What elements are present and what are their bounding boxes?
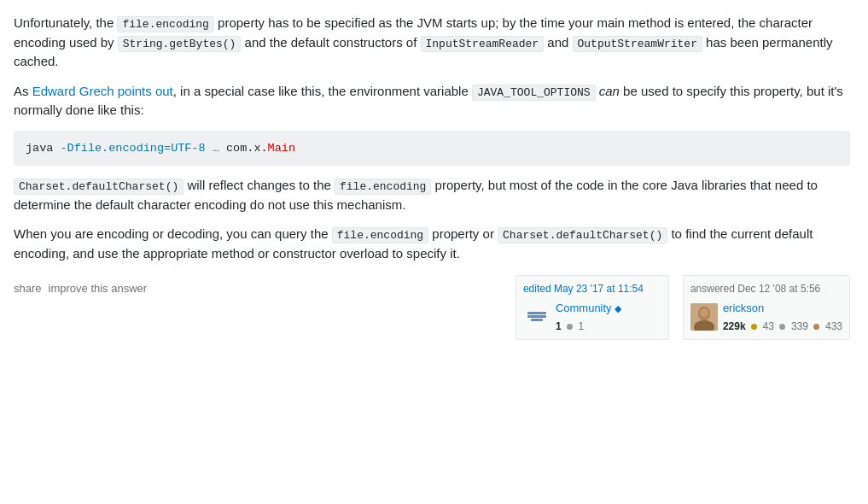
answered-text: answered Dec 12 '08 at 5:56 [690, 283, 820, 295]
code-file-encoding-1: file.encoding [117, 16, 213, 32]
erickson-silver-count: 339 [791, 319, 808, 334]
community-username: Community ◆ [556, 300, 621, 317]
community-user-row: Community ◆ 1 1 [523, 300, 661, 334]
paragraph-3: Charset.defaultCharset() will reflect ch… [14, 176, 850, 214]
answered-user-card: answered Dec 12 '08 at 5:56 erickson [683, 275, 850, 340]
edited-link[interactable]: edited May 23 '17 at 11:54 [523, 283, 644, 295]
answer-info: answered Dec 12 '08 at 5:56 [690, 281, 842, 296]
paragraph-1: Unfortunately, the file.encoding propert… [14, 14, 850, 72]
erickson-gold-dot [751, 319, 758, 334]
community-rep-score: 1 [556, 319, 562, 334]
erickson-user-row: erickson 229k 43 339 [690, 300, 842, 334]
code-file-encoding-3: file.encoding [332, 227, 428, 243]
svg-point-4 [700, 308, 708, 317]
code-charset-defaultcharset-1: Charset.defaultCharset() [14, 179, 184, 195]
erickson-user-info: erickson 229k 43 339 [723, 300, 842, 334]
edward-grech-link[interactable]: Edward Grech points out [32, 84, 173, 98]
community-user-link[interactable]: Community [556, 302, 612, 314]
community-badge-count: 1 [579, 319, 585, 334]
erickson-silver-dot [779, 319, 786, 334]
community-badge-dot-silver [567, 319, 574, 334]
community-diamond: ◆ [615, 303, 621, 314]
code-class: Main [268, 142, 295, 155]
community-avatar [523, 303, 551, 331]
community-avatar-icon [523, 303, 551, 331]
code-java-keyword: java [26, 142, 53, 155]
footer-row: share improve this answer edited May 23 … [14, 275, 850, 340]
erickson-avatar [690, 303, 718, 331]
user-cards: edited May 23 '17 at 11:54 Community [516, 275, 850, 340]
paragraph-2: As Edward Grech points out, in a special… [14, 82, 850, 120]
footer-actions: share improve this answer [14, 275, 516, 297]
erickson-bronze-dot [813, 319, 820, 334]
code-string-getbytes: String.getBytes() [118, 36, 242, 52]
improve-link[interactable]: improve this answer [49, 280, 148, 297]
community-user-info: Community ◆ 1 1 [556, 300, 621, 334]
edit-info: edited May 23 '17 at 11:54 [523, 281, 661, 296]
erickson-rep-row: 229k 43 339 433 [723, 319, 842, 334]
share-link[interactable]: share [14, 280, 42, 297]
edited-user-card: edited May 23 '17 at 11:54 Community [516, 275, 669, 340]
code-flag: -Dfile.encoding=UTF-8 [61, 142, 206, 155]
code-block: java -Dfile.encoding=UTF-8 … com.x.Main [14, 131, 850, 167]
erickson-gold-count: 43 [763, 319, 774, 334]
erickson-bronze-count: 433 [825, 319, 842, 334]
code-charset-defaultcharset-2: Charset.defaultCharset() [498, 227, 667, 243]
code-package: com.x. [226, 142, 268, 155]
code-ellipsis: … [213, 142, 219, 155]
erickson-user-link[interactable]: erickson [723, 300, 842, 317]
code-inputstreamreader: InputStreamReader [421, 36, 545, 52]
can-emphasis: can [599, 84, 620, 98]
paragraph-4: When you are encoding or decoding, you c… [14, 225, 850, 263]
answer-content: Unfortunately, the file.encoding propert… [14, 14, 850, 340]
erickson-rep-score: 229k [723, 319, 746, 334]
code-java-tool-options: JAVA_TOOL_OPTIONS [472, 85, 596, 101]
code-outputstreamwriter: OutputStreamWriter [573, 36, 702, 52]
code-file-encoding-2: file.encoding [335, 179, 431, 195]
community-rep-row: 1 1 [556, 319, 621, 334]
